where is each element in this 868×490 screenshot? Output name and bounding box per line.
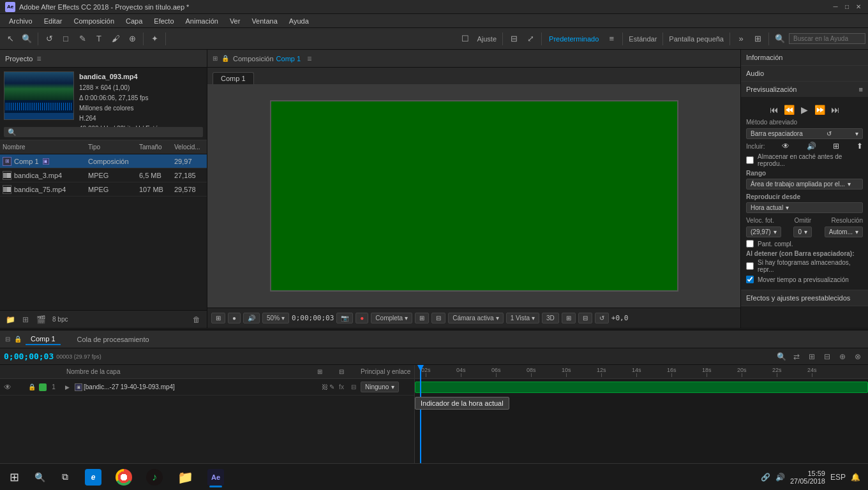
preview-section-title[interactable]: Previsualización ≡ [741,82,868,97]
new-folder-button[interactable]: 📁 [4,313,17,326]
info-section-title[interactable]: Información [741,50,868,65]
comp-transport-play[interactable]: ⊞ [211,313,225,323]
comp-mask-btn[interactable]: ⊟ [431,313,445,323]
timeline-tool1-btn[interactable]: ⇄ [790,350,803,363]
prev-to-end-btn[interactable]: ⏭ [829,103,842,116]
project-search-bar[interactable] [0,124,207,140]
skip-dropdown[interactable]: 0 ▾ [793,226,812,237]
project-table-row[interactable]: bandica_75.mp4MPEG107 MB29,578 [0,182,207,197]
comp-transport-record[interactable]: ● [228,313,241,323]
toolbar-snap-icon[interactable]: ⊟ [506,31,521,47]
toolbar-help-icon[interactable]: 🔍 [772,31,788,47]
layer-edit-icon[interactable]: ✎ [329,383,334,390]
toolbar-rotate-tool[interactable]: ↺ [41,31,57,47]
fullscreen-checkbox[interactable] [746,240,754,248]
playback-dropdown[interactable]: Hora actual ▾ [746,202,863,213]
comp-zoom-dropdown[interactable]: 50% ▾ [262,313,289,323]
comp-tab-comp1[interactable]: Comp 1 [213,72,254,84]
new-footage-button[interactable]: 🎬 [34,313,47,326]
menu-item-animación[interactable]: Animación [181,16,223,26]
taskbar-clock[interactable]: 15:59 27/05/2018 [790,470,825,485]
timeline-tab-comp1[interactable]: Comp 1 [26,334,61,345]
project-table-row[interactable]: ⊞Comp 1▣Composición29,97 [0,154,207,168]
video-include-icon[interactable]: 👁 [782,142,789,151]
project-panel-menu-icon[interactable]: ≡ [36,54,41,63]
layer-link-icon[interactable]: ⛓ [322,383,328,390]
menu-item-ventana[interactable]: Ventana [246,16,282,26]
search-button[interactable]: 🔍 [28,466,51,489]
menu-item-editar[interactable]: Editar [39,16,68,26]
layer-lock-icon[interactable]: 🔒 [27,382,37,392]
comp-reset-btn[interactable]: ↺ [595,313,609,323]
toolbar-adjust-checkbox[interactable]: ☐ [458,31,473,47]
taskbar-explorer-app[interactable]: 📁 [171,466,199,489]
taskbar-chrome-app[interactable] [110,466,138,489]
prev-step-back-btn[interactable]: ⏪ [783,103,796,116]
project-search-input[interactable] [4,127,203,137]
range-dropdown[interactable]: Área de trabajo ampliada por el... ▾ [746,179,863,189]
toolbar-brush-tool[interactable]: 🖌 [108,31,123,47]
timeline-search-btn[interactable]: 🔍 [775,350,788,363]
stop-sub2-checkbox[interactable] [746,276,754,283]
taskbar-spotify-app[interactable]: ♪ [140,466,168,489]
timeline-tool3-btn[interactable]: ⊟ [821,350,834,363]
menu-item-ayuda[interactable]: Ayuda [284,16,314,26]
network-icon[interactable]: 🔗 [761,473,770,482]
comp-preview-btn[interactable]: 🔊 [243,313,260,323]
prev-step-fwd-btn[interactable]: ⏩ [814,103,827,116]
audio-section-title[interactable]: Audio [741,66,868,81]
layer-parent-dropdown[interactable]: Ninguno ▾ [361,382,399,392]
menu-item-ver[interactable]: Ver [225,16,246,26]
toolbar-puppet-tool[interactable]: ✦ [147,31,162,47]
comp-color-btn[interactable]: ● [355,313,368,323]
task-view-button[interactable]: ⧉ [54,466,77,489]
layer-expand-btn[interactable]: ▶ [61,381,73,394]
toolbar-preset-menu[interactable]: ≡ [604,31,619,47]
timeline-tool4-btn[interactable]: ⊕ [836,350,849,363]
toolbar-shape-tool[interactable]: □ [58,31,73,47]
stop-sub1-checkbox[interactable] [746,262,754,270]
layer-switch2[interactable]: ⊟ [348,382,359,392]
toolbar-more-btn[interactable]: » [733,31,749,47]
comp-current-time[interactable]: 0;00;00;03 [292,314,334,322]
comp-views-dropdown[interactable]: 1 Vista ▾ [506,313,539,323]
toolbar-search-tool[interactable]: 🔍 [19,31,34,47]
comp-layout-btn[interactable]: ⊟ [578,313,592,323]
resolution-dropdown[interactable]: Autom... ▾ [825,226,863,237]
toolbar-text-tool[interactable]: T [91,31,107,47]
comp-renderer-btn[interactable]: ⊞ [562,313,576,323]
maximize-button[interactable]: □ [842,3,851,11]
close-button[interactable]: ✕ [854,3,863,11]
prev-to-start-btn[interactable]: ⏮ [768,103,781,116]
toolbar-clone-tool[interactable]: ⊕ [124,31,140,47]
timeline-tool5-btn[interactable]: ⊗ [851,350,864,363]
preview-section-menu-icon[interactable]: ≡ [859,85,863,93]
timeline-playhead[interactable] [420,365,421,463]
volume-icon[interactable]: 🔊 [775,473,785,482]
effects-section-title[interactable]: Efectos y ajustes preestablecidos [741,290,868,306]
layer-solo-icon[interactable] [15,382,25,392]
timeline-processing-tab[interactable]: Cola de procesamiento [77,336,149,343]
menu-item-capa[interactable]: Capa [121,16,147,26]
minimize-button[interactable]: ─ [831,3,840,11]
toolbar-motion-icon[interactable]: ⤢ [523,31,538,47]
fps-dropdown[interactable]: (29,97) ▾ [746,226,781,237]
toolbar-workspace-icon[interactable]: ⊞ [750,31,765,47]
comp-camera-dropdown[interactable]: Cámara activa ▾ [448,313,503,323]
taskbar-edge-app[interactable]: e [79,466,107,489]
comp-quality-dropdown[interactable]: Completa ▾ [371,313,412,323]
delete-item-button[interactable]: 🗑 [190,313,203,326]
toolbar-pen-tool[interactable]: ✎ [75,31,90,47]
comp-snapshot-btn[interactable]: 📷 [336,313,353,323]
layer-vis-icon[interactable]: 👁 [3,382,13,392]
method-dropdown[interactable]: Barra espaciadora ↺ ▾ [746,128,863,139]
layer-switch1[interactable]: fx [336,382,347,392]
new-composition-button[interactable]: ⊞ [19,313,32,326]
timeline-tool2-btn[interactable]: ⊞ [805,350,818,363]
help-search-input[interactable] [789,33,865,44]
language-indicator[interactable]: ESP [830,473,846,482]
overlay-include-icon[interactable]: ⊞ [833,142,839,151]
audio-include-icon[interactable]: 🔊 [807,142,816,151]
layer-track-bar-0[interactable] [415,382,868,393]
layer-row-0[interactable]: 👁 🔒 1 ▶ ▣ [bandic...-27 19-40-19-093.mp4… [0,379,414,396]
